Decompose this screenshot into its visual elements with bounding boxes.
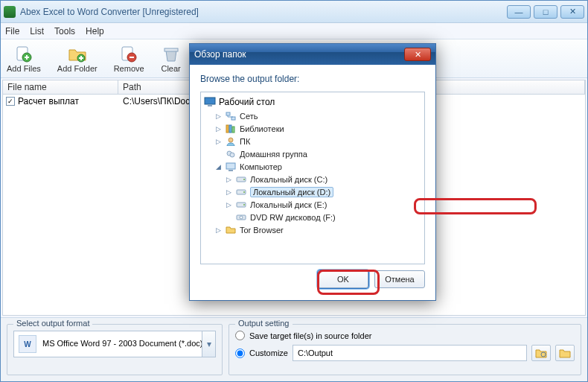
close-button[interactable]: ✕: [560, 5, 584, 19]
format-group-title: Select output format: [13, 319, 92, 328]
col-header-name[interactable]: File name: [3, 80, 118, 94]
network-icon: [225, 111, 237, 121]
tree-item-libraries[interactable]: ▷ Библиотеки: [204, 122, 421, 135]
remove-button[interactable]: Remove: [114, 45, 144, 73]
row-checkbox[interactable]: ✓: [6, 97, 15, 106]
svg-rect-9: [226, 112, 230, 115]
titlebar: Abex Excel to Word Converter [Unregister…: [1, 1, 587, 23]
menu-list[interactable]: List: [30, 26, 44, 36]
format-group: Select output format W MS Office Word 97…: [7, 324, 223, 375]
tree-item-disk-d[interactable]: ▷ Локальный диск (D:): [204, 185, 421, 198]
trash-icon: [161, 45, 182, 64]
open-folder-button[interactable]: [555, 345, 575, 361]
tree-item-disk-e[interactable]: ▷ Локальный диск (E:): [204, 198, 421, 211]
svg-point-22: [243, 191, 245, 193]
dialog-body: Browse the output folder: Рабочий стол ▷…: [190, 65, 435, 300]
dialog-title: Обзор папок: [194, 49, 404, 60]
svg-rect-10: [231, 117, 235, 120]
svg-point-14: [229, 138, 233, 142]
window-title: Abex Excel to Word Converter [Unregister…: [20, 7, 507, 17]
svg-point-26: [240, 216, 243, 219]
folder-tree[interactable]: Рабочий стол ▷ Сеть ▷ Библиотеки ▷ ПК Д: [200, 92, 425, 264]
user-icon: [225, 136, 237, 147]
expand-icon[interactable]: ▷: [214, 226, 222, 234]
output-group: Output setting Save target file(s) in so…: [229, 324, 581, 375]
menu-file[interactable]: File: [5, 26, 19, 36]
radio-customize-label: Customize: [249, 348, 288, 357]
folder-open-icon: [559, 348, 571, 358]
radio-customize[interactable]: [235, 348, 245, 358]
expand-icon[interactable]: ▷: [225, 188, 232, 196]
expand-icon[interactable]: ▷: [214, 138, 222, 145]
dialog-label: Browse the output folder:: [200, 74, 425, 84]
svg-rect-17: [226, 163, 235, 169]
tree-item-tor[interactable]: ▷ Tor Browser: [204, 223, 421, 236]
dvd-drive-icon: [235, 212, 247, 223]
add-folder-button[interactable]: Add Folder: [57, 45, 98, 73]
svg-rect-5: [164, 48, 178, 51]
radio-source-folder[interactable]: [235, 331, 245, 340]
radio-source-label: Save target file(s) in source folder: [249, 331, 371, 340]
app-icon: [4, 6, 16, 18]
drive-icon: [235, 187, 247, 197]
clear-button[interactable]: Clear: [161, 45, 182, 73]
expand-icon[interactable]: ▷: [225, 201, 232, 208]
folder-search-icon: [535, 348, 547, 358]
computer-icon: [225, 162, 237, 172]
svg-rect-13: [232, 127, 234, 133]
tree-item-pc[interactable]: ▷ ПК: [204, 135, 421, 147]
word-icon: W: [19, 335, 36, 353]
dialog-titlebar[interactable]: Обзор папок ✕: [190, 44, 435, 65]
tree-item-dvd[interactable]: DVD RW дисковод (F:): [204, 211, 421, 223]
svg-rect-18: [229, 170, 233, 171]
bottom-panel: Select output format W MS Office Word 97…: [1, 317, 587, 381]
libraries-icon: [225, 124, 237, 134]
tree-item-disk-c[interactable]: ▷ Локальный диск (C:): [204, 173, 421, 185]
svg-rect-11: [226, 125, 229, 133]
minimize-button[interactable]: —: [507, 5, 531, 19]
menu-help[interactable]: Help: [86, 26, 104, 36]
output-group-title: Output setting: [235, 319, 293, 328]
dialog-close-button[interactable]: ✕: [404, 48, 431, 61]
homegroup-icon: [225, 149, 237, 159]
combo-label: MS Office Word 97 - 2003 Document (*.doc…: [42, 339, 202, 348]
svg-point-20: [243, 179, 245, 180]
svg-point-16: [230, 153, 234, 157]
svg-rect-12: [229, 125, 231, 133]
folder-icon: [225, 225, 237, 235]
svg-point-24: [243, 204, 245, 206]
expand-icon[interactable]: ▷: [225, 176, 232, 183]
folder-plus-icon: [67, 45, 88, 64]
add-files-button[interactable]: Add Files: [7, 45, 41, 73]
browse-folder-button[interactable]: [531, 345, 551, 361]
menu-tools[interactable]: Tools: [54, 26, 75, 36]
expand-icon[interactable]: ▷: [214, 125, 222, 133]
ok-button[interactable]: OK: [318, 270, 368, 288]
browse-folder-dialog: Обзор папок ✕ Browse the output folder: …: [189, 43, 436, 301]
chevron-down-icon[interactable]: ▾: [202, 331, 215, 357]
tree-root[interactable]: Рабочий стол: [204, 97, 421, 107]
row-path: C:\Users\ПК\Doc: [118, 96, 190, 106]
file-plus-icon: [13, 45, 34, 64]
desktop-icon: [204, 97, 216, 107]
output-format-combo[interactable]: W MS Office Word 97 - 2003 Document (*.d…: [13, 331, 216, 357]
row-name: Расчет выплат: [18, 96, 79, 106]
drive-icon: [235, 200, 247, 210]
cancel-button[interactable]: Отмена: [374, 270, 425, 288]
drive-icon: [235, 174, 247, 185]
tree-item-homegroup[interactable]: Домашняя группа: [204, 147, 421, 160]
file-minus-icon: [118, 45, 139, 64]
window-buttons: — □ ✕: [507, 5, 584, 19]
maximize-button[interactable]: □: [534, 5, 557, 19]
expand-icon[interactable]: ▷: [214, 112, 222, 120]
tree-item-network[interactable]: ▷ Сеть: [204, 109, 421, 122]
svg-rect-7: [205, 98, 215, 104]
collapse-icon[interactable]: ◢: [214, 163, 222, 171]
menubar: File List Tools Help: [1, 23, 587, 39]
output-path-field[interactable]: C:\Output: [293, 345, 527, 361]
svg-rect-8: [208, 105, 212, 106]
dialog-button-row: OK Отмена: [200, 264, 425, 294]
tree-item-computer[interactable]: ◢ Компьютер: [204, 160, 421, 173]
